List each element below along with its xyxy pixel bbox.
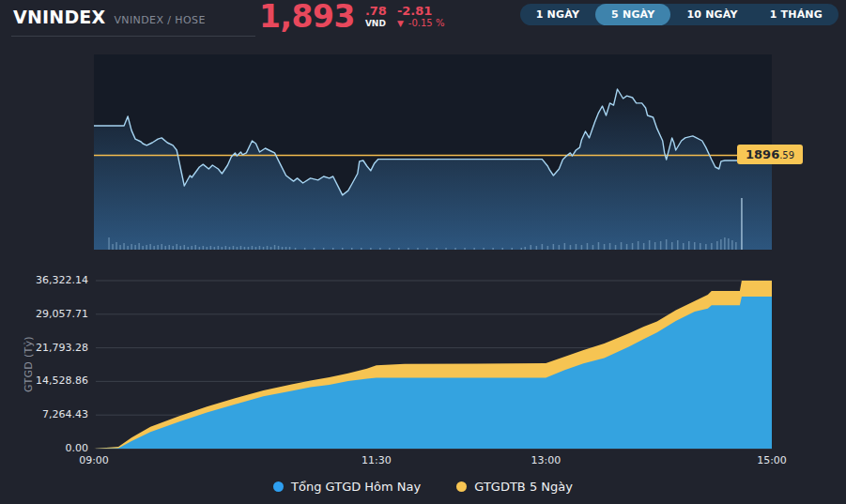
legend-label: GTGDTB 5 Ngày	[474, 480, 573, 494]
legend-dot-icon	[273, 481, 284, 492]
x-tick-label: 15:00	[757, 454, 787, 466]
down-triangle-icon: ▼	[397, 18, 404, 29]
price-chart-panel[interactable]	[94, 54, 772, 250]
y-tick-label: 0.00	[0, 442, 88, 455]
tab-5-ngay[interactable]: 5 NGÀY	[595, 4, 670, 25]
y-tick-label: 29,057.71	[0, 308, 88, 321]
price-decimals: .78	[365, 5, 387, 18]
legend-label: Tổng GTGD Hôm Nay	[291, 480, 421, 494]
y-tick-label: 36,322.14	[0, 274, 88, 287]
gtgd-chart-canvas[interactable]	[94, 272, 772, 451]
header-divider	[11, 36, 255, 37]
price-area-fill	[94, 89, 772, 250]
gtgd-chart-panel[interactable]	[94, 272, 772, 451]
legend-item[interactable]: Tổng GTGD Hôm Nay	[273, 480, 421, 494]
y-tick-label: 7,264.43	[0, 408, 88, 421]
price-block: 1,893 .78 VND -2.81 ▼ -0.15 %	[259, 1, 444, 33]
y-tick-label: 14,528.86	[0, 374, 88, 388]
range-tabs: 1 NGÀY5 NGÀY10 NGÀY1 THÁNG	[520, 4, 838, 25]
page-title: VNINDEX	[13, 7, 105, 27]
tab-10-ngay[interactable]: 10 NGÀY	[670, 4, 753, 25]
change-percent: -0.15 %	[408, 18, 445, 29]
tab-1-ngay[interactable]: 1 NGÀY	[520, 4, 595, 25]
x-tick-label: 09:00	[79, 454, 109, 466]
last-price: 1,893	[259, 1, 355, 33]
header-title-block: VNINDEX VNINDEX / HOSE	[13, 7, 206, 27]
price-decimals-column: .78 VND	[365, 5, 387, 29]
tab-1-thang[interactable]: 1 THÁNG	[754, 4, 838, 25]
axis-title-gtgd: GTGD (Tỷ)	[23, 336, 35, 392]
x-tick-label: 13:00	[531, 454, 561, 466]
legend: Tổng GTGD Hôm NayGTGDTB 5 Ngày	[0, 480, 846, 494]
price-chart-canvas[interactable]	[94, 54, 772, 250]
price-change-column: -2.81 ▼ -0.15 %	[397, 5, 444, 29]
currency-label: VND	[365, 18, 387, 29]
legend-dot-icon	[456, 481, 467, 492]
ref-price-label: 1896.59	[737, 145, 803, 164]
change-value: -2.81	[397, 5, 444, 18]
vnindex-widget: VNINDEX VNINDEX / HOSE 1,893 .78 VND -2.…	[0, 0, 846, 504]
symbol-subtitle: VNINDEX / HOSE	[114, 14, 205, 26]
legend-item[interactable]: GTGDTB 5 Ngày	[456, 480, 573, 494]
y-tick-label: 21,793.28	[0, 342, 88, 355]
x-tick-label: 11:30	[361, 454, 392, 466]
